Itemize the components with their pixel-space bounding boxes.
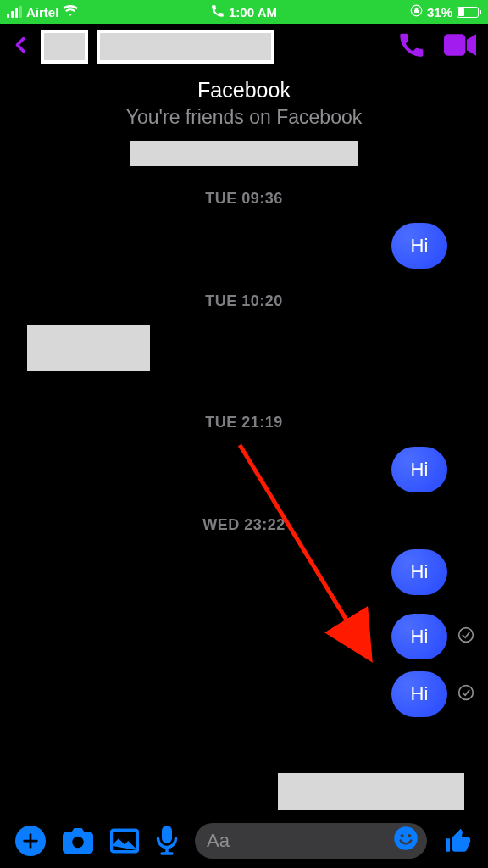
friends-status: You're friends on Facebook [0, 106, 488, 129]
redacted-block [278, 773, 464, 810]
clock-time: 1:00 AM [229, 5, 277, 19]
timestamp-separator: TUE 09:36 [0, 190, 488, 208]
voice-call-button[interactable] [398, 31, 425, 62]
redacted-info [130, 141, 358, 166]
message-row[interactable]: Hi [0, 223, 488, 269]
message-row[interactable]: Hi [0, 549, 488, 595]
timestamp-separator: TUE 10:20 [0, 292, 488, 310]
avatar-redacted [41, 30, 88, 64]
svg-rect-1 [444, 34, 465, 55]
input-placeholder: Aa [207, 830, 230, 852]
incoming-message-redacted [27, 326, 150, 371]
platform-label: Facebook [0, 78, 488, 103]
message-row[interactable]: Hi [0, 447, 488, 492]
status-bar: Airtel 1:00 AM 31% [0, 0, 488, 24]
svg-point-2 [459, 628, 474, 643]
add-button[interactable] [15, 826, 46, 856]
timestamp-separator: TUE 21:19 [0, 414, 488, 431]
delivered-check-icon [458, 626, 474, 647]
contact-name-redacted [97, 30, 274, 64]
message-row[interactable]: Hi [0, 671, 488, 717]
svg-point-3 [459, 686, 474, 700]
battery-pct: 31% [427, 5, 452, 19]
message-input[interactable]: Aa [195, 823, 427, 859]
orientation-lock-icon [410, 4, 423, 19]
outgoing-message: Hi [391, 447, 447, 492]
signal-bars-icon [7, 6, 22, 18]
wifi-icon [63, 5, 78, 19]
composer-toolbar: Aa [0, 814, 488, 868]
emoji-button[interactable] [393, 826, 419, 856]
outgoing-message: Hi [391, 671, 447, 717]
svg-rect-8 [162, 826, 172, 843]
svg-point-11 [408, 834, 411, 837]
delivered-check-icon [458, 684, 474, 704]
call-icon [211, 4, 225, 20]
carrier-label: Airtel [26, 5, 58, 19]
svg-point-6 [72, 837, 84, 849]
plus-circle-icon [15, 826, 46, 856]
outgoing-message: Hi [391, 614, 447, 659]
back-button[interactable] [12, 32, 30, 61]
message-row[interactable]: Hi [0, 614, 488, 659]
message-row[interactable] [0, 326, 488, 371]
message-scroll[interactable]: Facebook You're friends on Facebook TUE … [0, 70, 488, 814]
svg-point-9 [394, 826, 418, 850]
battery-icon [457, 7, 481, 18]
thumbs-up-button[interactable] [444, 826, 473, 855]
gallery-button[interactable] [110, 828, 139, 854]
outgoing-message: Hi [391, 549, 447, 595]
timestamp-separator: WED 23:22 [0, 516, 488, 534]
svg-point-10 [401, 834, 404, 837]
conversation-header [0, 24, 488, 70]
video-call-button[interactable] [444, 34, 476, 59]
outgoing-message: Hi [391, 223, 447, 269]
camera-button[interactable] [63, 827, 93, 854]
microphone-button[interactable] [156, 826, 178, 856]
